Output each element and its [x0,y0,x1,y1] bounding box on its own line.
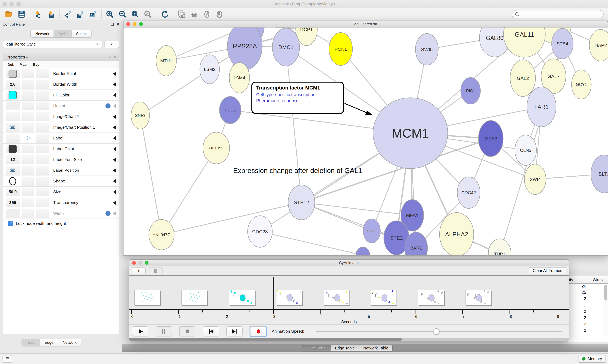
find-button[interactable] [188,9,200,19]
node-PIS1[interactable]: PIS1 [461,78,480,104]
animator-scrollbar[interactable] [129,338,569,341]
play-button[interactable] [132,326,148,337]
collapse-row-icon[interactable] [113,125,116,129]
node-GAL11[interactable]: GAL11 [503,27,545,57]
network-canvas[interactable]: DCP1RPS28ADMC1PCK1MTH1LSM2LSM4SNF3PDC5YI… [124,27,608,256]
node-YNL047C[interactable]: YNL047C [149,220,174,250]
property-row[interactable]: Image/Chart 1 [3,111,119,122]
collapse-row-icon[interactable] [113,201,116,205]
color-swatch[interactable] [9,69,17,78]
info-icon[interactable]: i [105,211,111,216]
node-GCY1[interactable]: GCY1 [572,70,591,99]
node-HAP2[interactable]: HAP2 [589,29,608,61]
save-session-button[interactable] [15,9,28,19]
mapping-icon[interactable]: ⋮› [25,136,31,140]
collapse-row-icon[interactable] [113,115,116,118]
property-row[interactable]: Image/Chart Position 1 [3,122,119,133]
zoom-out-button[interactable] [116,9,129,19]
table-scrollbar[interactable] [604,284,608,335]
close-panel-icon[interactable]: ✖ [117,22,119,26]
node-GAL2[interactable]: GAL2 [510,60,536,96]
animation-speed-slider[interactable] [316,331,562,332]
info-icon[interactable]: i [105,103,111,108]
zoom-fit-button[interactable] [129,9,141,19]
collapse-row-icon[interactable] [113,169,116,172]
node-DMC1[interactable]: DMC1 [272,28,300,66]
memory-button[interactable]: Memory [579,355,606,363]
collapse-row-icon[interactable] [113,179,116,183]
properties-header[interactable]: Properties ▾ [6,55,28,59]
search-input[interactable] [521,12,597,16]
table-column-header[interactable]: Stres [588,276,608,283]
collapse-row-icon[interactable] [113,136,116,140]
frame-thumbnail-6s[interactable] [418,290,444,305]
table-tab-edge-table[interactable]: Edge Table [331,345,359,351]
frame-thumbnail-3s[interactable] [276,290,302,305]
node-CDC42[interactable]: CDC42 [457,177,480,208]
table-cell-value[interactable]: 2 [568,315,608,322]
property-row[interactable]: Widthi [3,208,119,219]
tab-network[interactable]: Network [31,30,54,37]
default-value[interactable]: 2.0 [10,82,15,87]
table-cell-value[interactable]: 2 [568,296,608,303]
refresh-view-button[interactable] [158,9,171,19]
node-SWI4[interactable]: SWI4 [525,164,546,195]
table-tab-network-table[interactable]: Network Table [359,345,392,351]
property-row[interactable]: ⋮›Label [3,133,119,143]
annotation-link[interactable]: Cell-type-specific transcription [256,92,339,98]
show-details-button[interactable] [213,9,226,19]
node-CLN3[interactable]: CLN3 [515,135,537,165]
node-SLT2[interactable]: SLT2 [591,155,608,193]
frames-strip[interactable] [129,276,569,309]
node-STE4[interactable]: STE4 [552,28,573,59]
pause-button[interactable] [156,326,172,337]
tab-style[interactable]: Style [54,30,71,37]
default-value[interactable]: 255 [9,200,16,205]
edge[interactable] [162,148,216,235]
node-SWI5[interactable]: SWI5 [415,34,438,65]
table-cell-value[interactable]: 2 [568,309,608,315]
export-table-button[interactable] [74,9,87,19]
property-row[interactable]: Heighti [3,101,119,111]
property-row[interactable]: 12Label Font Size [3,154,119,165]
color-swatch[interactable] [9,91,17,99]
cyanimator-titlebar[interactable]: CyAnimator [129,260,569,266]
node-YIL105C[interactable]: YIL105C [203,132,230,164]
clear-all-frames-button[interactable]: Clear All Frames [529,267,566,274]
node-LSM4[interactable]: LSM4 [229,63,249,93]
search-box[interactable] [512,10,604,18]
timeline-ruler[interactable]: Seconds 0123456789 [129,309,569,325]
color-swatch[interactable] [9,145,17,153]
record-button[interactable] [250,326,266,337]
delete-frame-button[interactable]: 🗑 [149,267,163,274]
node-FAR1[interactable]: FAR1 [527,87,556,127]
zoom-selected-button[interactable] [141,9,154,19]
node-n_bot[interactable] [356,247,370,256]
table-cell-value[interactable]: 2 [568,322,608,328]
style-options-button[interactable]: ▼ [105,40,119,48]
expand-all-icon[interactable]: » [108,56,113,58]
frame-thumbnail-0s[interactable] [134,290,160,305]
collapse-row-icon[interactable] [113,158,116,161]
edge[interactable] [140,116,162,235]
annotation-box[interactable]: Transcription factor MCM1 Cell-type-spec… [251,82,344,114]
playhead[interactable] [273,277,274,309]
panel-tab-edge[interactable]: Edge [40,339,58,346]
network-window-titlebar[interactable]: galFiltered.sif [124,21,608,27]
node-TUP1[interactable]: TUP1 [488,239,511,256]
collapse-row-icon[interactable] [113,72,116,76]
skip-to-start-button[interactable] [203,326,219,337]
lock-dimensions-checkbox[interactable]: ✓ [8,221,13,226]
table-cell-value[interactable]: 2 [568,334,608,335]
float-panel-icon[interactable]: ❑ [111,22,114,26]
table-cell-value[interactable]: 1 [568,303,608,309]
collapse-row-icon[interactable] [113,147,116,151]
table-cell-value[interactable]: 25 [568,290,608,296]
node-STE12[interactable]: STE12 [288,185,315,220]
frame-thumbnail-1s[interactable] [182,290,207,305]
property-row[interactable]: Fill Color [3,90,119,101]
table-column-header[interactable]: ity [568,276,588,283]
property-row[interactable]: 50.0Size [3,187,119,197]
frame-thumbnail-5s[interactable] [371,290,397,305]
node-SNF3[interactable]: SNF3 [131,102,150,129]
